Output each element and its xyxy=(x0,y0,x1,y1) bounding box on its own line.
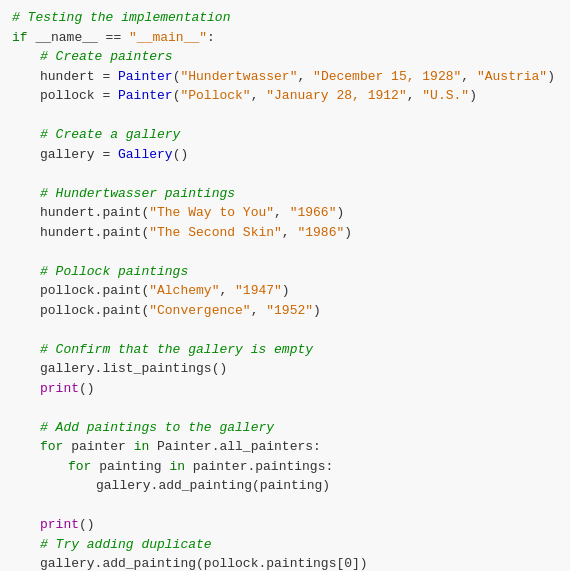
code-token: ) xyxy=(344,223,352,243)
code-token: "U.S." xyxy=(422,86,469,106)
code-line: gallery.add_painting(painting) xyxy=(12,476,558,496)
code-line: # Try adding duplicate xyxy=(12,535,558,555)
code-token: Gallery xyxy=(118,145,173,165)
code-token: , xyxy=(282,223,298,243)
code-line: gallery.add_painting(pollock.paintings[0… xyxy=(12,554,558,571)
code-editor: # Testing the implementationif __name__ … xyxy=(0,0,570,571)
code-token: for xyxy=(68,457,91,477)
comment-token: # Try adding duplicate xyxy=(40,535,212,555)
code-token: hundert = xyxy=(40,67,118,87)
code-token: painter.paintings: xyxy=(185,457,333,477)
code-token: "1986" xyxy=(297,223,344,243)
code-line: # Create a gallery xyxy=(12,125,558,145)
code-token: () xyxy=(79,515,95,535)
indent-space xyxy=(12,535,40,555)
code-token: , xyxy=(407,86,423,106)
comment-token: # Create painters xyxy=(40,47,173,67)
code-token: ) xyxy=(313,301,321,321)
code-token: , xyxy=(219,281,235,301)
code-line: print() xyxy=(12,379,558,399)
comment-token: # Testing the implementation xyxy=(12,8,230,28)
code-token: , xyxy=(297,67,313,87)
code-line: hundert = Painter("Hundertwasser", "Dece… xyxy=(12,67,558,87)
code-token: "The Second Skin" xyxy=(149,223,282,243)
code-token: : xyxy=(207,28,215,48)
code-token: in xyxy=(169,457,185,477)
indent-space xyxy=(12,262,40,282)
indent-space xyxy=(12,184,40,204)
indent-space xyxy=(12,125,40,145)
code-token: "1947" xyxy=(235,281,282,301)
indent-space xyxy=(12,379,40,399)
code-token: "January 28, 1912" xyxy=(266,86,406,106)
indent-space xyxy=(12,340,40,360)
code-token: hundert.paint( xyxy=(40,223,149,243)
code-token: if xyxy=(12,28,28,48)
code-token: print xyxy=(40,515,79,535)
indent-space xyxy=(12,223,40,243)
code-token: ) xyxy=(547,67,555,87)
code-token: "Austria" xyxy=(477,67,547,87)
code-token: , xyxy=(251,301,267,321)
code-line: hundert.paint("The Way to You", "1966") xyxy=(12,203,558,223)
code-token: "Alchemy" xyxy=(149,281,219,301)
code-token: Painter xyxy=(118,86,173,106)
code-token: in xyxy=(134,437,150,457)
indent-space xyxy=(12,301,40,321)
comment-token: # Create a gallery xyxy=(40,125,180,145)
code-token: print xyxy=(40,379,79,399)
indent-space xyxy=(12,554,40,571)
code-token: "December 15, 1928" xyxy=(313,67,461,87)
code-token: "1966" xyxy=(290,203,337,223)
code-token: gallery.add_painting(pollock.paintings[ xyxy=(40,554,344,571)
code-line: # Confirm that the gallery is empty xyxy=(12,340,558,360)
code-token: gallery.list_paintings() xyxy=(40,359,227,379)
code-token: gallery = xyxy=(40,145,118,165)
empty-line xyxy=(12,320,558,340)
indent-space xyxy=(12,203,40,223)
code-token: ) xyxy=(282,281,290,301)
indent-space xyxy=(12,457,68,477)
code-token: () xyxy=(79,379,95,399)
indent-space xyxy=(12,418,40,438)
code-line: for painter in Painter.all_painters: xyxy=(12,437,558,457)
indent-space xyxy=(12,515,40,535)
code-line: for painting in painter.paintings: xyxy=(12,457,558,477)
comment-token: # Hundertwasser paintings xyxy=(40,184,235,204)
code-line: pollock = Painter("Pollock", "January 28… xyxy=(12,86,558,106)
comment-token: # Add paintings to the gallery xyxy=(40,418,274,438)
empty-line xyxy=(12,164,558,184)
code-token: ) xyxy=(469,86,477,106)
code-line: # Add paintings to the gallery xyxy=(12,418,558,438)
code-token: , xyxy=(461,67,477,87)
code-token: for xyxy=(40,437,63,457)
code-token: Painter.all_painters: xyxy=(149,437,321,457)
code-token: "Convergence" xyxy=(149,301,250,321)
code-token: "The Way to You" xyxy=(149,203,274,223)
empty-line xyxy=(12,106,558,126)
empty-line xyxy=(12,496,558,516)
indent-space xyxy=(12,359,40,379)
code-token: painter xyxy=(63,437,133,457)
indent-space xyxy=(12,437,40,457)
indent-space xyxy=(12,281,40,301)
empty-line xyxy=(12,398,558,418)
code-token: , xyxy=(251,86,267,106)
code-token: ( xyxy=(173,67,181,87)
code-line: pollock.paint("Alchemy", "1947") xyxy=(12,281,558,301)
code-token: "Hundertwasser" xyxy=(180,67,297,87)
indent-space xyxy=(12,476,96,496)
indent-space xyxy=(12,47,40,67)
indent-space xyxy=(12,86,40,106)
code-token: Painter xyxy=(118,67,173,87)
code-token: __name__ == xyxy=(28,28,129,48)
code-token: , xyxy=(274,203,290,223)
code-line: pollock.paint("Convergence", "1952") xyxy=(12,301,558,321)
code-token: pollock.paint( xyxy=(40,281,149,301)
code-token: "__main__" xyxy=(129,28,207,48)
code-token: pollock = xyxy=(40,86,118,106)
empty-line xyxy=(12,242,558,262)
code-token: "1952" xyxy=(266,301,313,321)
code-line: if __name__ == "__main__": xyxy=(12,28,558,48)
code-line: hundert.paint("The Second Skin", "1986") xyxy=(12,223,558,243)
